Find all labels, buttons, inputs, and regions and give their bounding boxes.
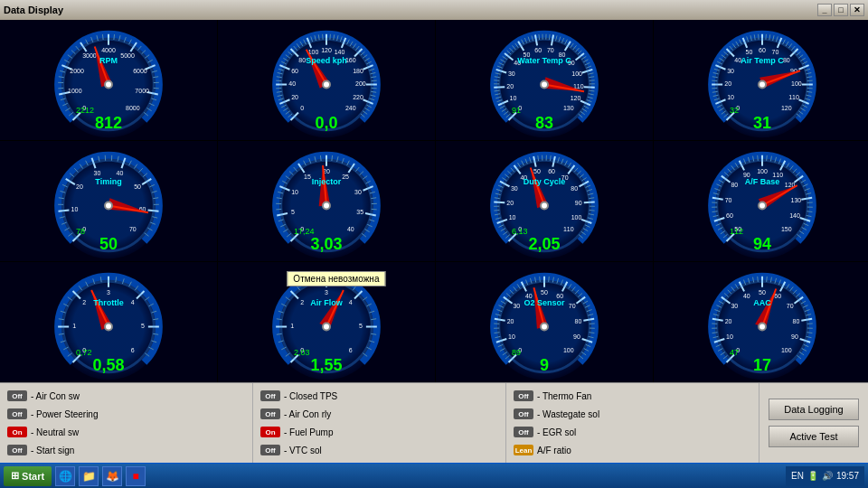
status-badge: Lean xyxy=(514,445,533,455)
taskbar-icon-ie[interactable]: 🌐 xyxy=(55,466,75,486)
status-label: - VTC sol xyxy=(284,446,322,455)
taskbar-icon-firefox[interactable]: 🦊 xyxy=(102,466,122,486)
gauge-canvas-watertemp xyxy=(436,20,653,140)
gauge-cell-watertemp: Water Temp C9183 xyxy=(436,20,653,140)
status-badge: Off xyxy=(7,445,27,455)
windows-icon: ⊞ xyxy=(11,470,19,482)
status-row: On- Neutral sw xyxy=(7,427,245,437)
status-label: - EGR sol xyxy=(537,427,576,437)
status-badge: Off xyxy=(514,408,533,419)
status-row: Off- Closed TPS xyxy=(260,390,498,401)
status-label: - Fuel Pump xyxy=(284,427,333,437)
gauge-cell-injector: Injector17,243,03 xyxy=(218,141,435,261)
gauge-canvas-dutycycle xyxy=(436,141,653,261)
gauge-canvas-rpm xyxy=(0,20,217,140)
gauge-canvas-speed xyxy=(218,20,435,140)
status-badge: Off xyxy=(260,390,280,401)
gauge-cell-afbase: A/F Base11294 xyxy=(654,141,868,261)
gauge-canvas-airtemp xyxy=(654,20,868,140)
gauge-canvas-aac xyxy=(654,262,868,382)
taskbar: ⊞ Start 🌐 📁 🦊 ■ EN 🔋 🔊 19:57 xyxy=(0,463,868,488)
gauge-cell-aac: AAC4717 xyxy=(654,262,868,382)
status-label: A/F ratio xyxy=(537,446,571,455)
battery-icon: 🔋 xyxy=(807,471,818,481)
gauge-cell-dutycycle: Duty Cycle6,132,05 xyxy=(436,141,653,261)
status-badge: Off xyxy=(514,427,533,437)
title-bar: Data Display _ □ ✕ xyxy=(0,0,868,20)
status-row: Off- Power Steering xyxy=(7,408,245,419)
status-row: Off- Air Con rly xyxy=(260,408,498,419)
status-label: - Air Con rly xyxy=(284,409,331,419)
taskbar-icon-folder[interactable]: 📁 xyxy=(79,466,99,486)
status-badge: On xyxy=(260,427,280,437)
status-badge: Off xyxy=(7,408,27,419)
gauge-cell-o2sensor: O2 Sensor899 xyxy=(436,262,653,382)
bottom-panel: Off- Air Con swOff- Power SteeringOn- Ne… xyxy=(0,382,868,463)
gauge-cell-airflow: Air Flow2,031,55Отмена невозможна xyxy=(218,262,435,382)
status-row: Off- Thermo Fan xyxy=(514,390,751,401)
status-row: On- Fuel Pump xyxy=(260,427,498,437)
status-col-3: Off- Thermo FanOff- Wastegate solOff- EG… xyxy=(506,383,760,463)
status-badge: Off xyxy=(514,390,533,401)
status-row: Off- EGR sol xyxy=(514,427,751,437)
status-col-2: Off- Closed TPSOff- Air Con rlyOn- Fuel … xyxy=(253,383,506,463)
status-label: - Wastegate sol xyxy=(537,409,599,419)
status-label: - Closed TPS xyxy=(284,391,337,401)
window-title: Data Display xyxy=(4,5,63,15)
gauge-canvas-afbase xyxy=(654,141,868,261)
data-logging-button[interactable]: Data Logging xyxy=(769,399,859,420)
active-test-button[interactable]: Active Test xyxy=(769,426,859,447)
tooltip-airflow: Отмена невозможна xyxy=(287,271,385,286)
status-label: - Thermo Fan xyxy=(537,391,591,401)
buttons-col: Data Logging Active Test xyxy=(760,383,868,463)
status-label: - Power Steering xyxy=(31,409,98,419)
status-col-1: Off- Air Con swOff- Power SteeringOn- Ne… xyxy=(0,383,253,463)
volume-icon: 🔊 xyxy=(822,471,833,481)
gauge-cell-airtemp: Air Temp C3231 xyxy=(654,20,868,140)
gauge-cell-speed: Speed kph0,0 xyxy=(218,20,435,140)
lang-indicator: EN xyxy=(791,471,804,481)
gauge-canvas-throttle xyxy=(0,262,217,382)
status-label: - Start sign xyxy=(31,446,74,455)
status-badge: On xyxy=(7,427,27,437)
status-label: - Air Con sw xyxy=(31,391,80,401)
status-badge: Off xyxy=(7,390,27,401)
status-badge: Off xyxy=(260,408,280,419)
taskbar-right: EN 🔋 🔊 19:57 xyxy=(786,466,864,486)
sys-tray: EN 🔋 🔊 19:57 xyxy=(786,466,864,486)
status-row: Off- Air Con sw xyxy=(7,390,245,401)
gauge-canvas-o2sensor xyxy=(436,262,653,382)
minimize-button[interactable]: _ xyxy=(817,4,832,16)
gauge-canvas-timing xyxy=(0,141,217,261)
gauge-canvas-injector xyxy=(218,141,435,261)
close-button[interactable]: ✕ xyxy=(850,4,864,16)
clock: 19:57 xyxy=(836,471,859,481)
status-row: Off- Start sign xyxy=(7,445,245,455)
status-badge: Off xyxy=(260,445,280,455)
gauges-grid: RPM2212812Speed kph0,0Water Temp C9183Ai… xyxy=(0,20,868,382)
main-content: RPM2212812Speed kph0,0Water Temp C9183Ai… xyxy=(0,20,868,488)
taskbar-icon-app[interactable]: ■ xyxy=(126,466,146,486)
gauge-cell-throttle: Throttle0,720,58 xyxy=(0,262,217,382)
gauge-cell-rpm: RPM2212812 xyxy=(0,20,217,140)
start-button[interactable]: ⊞ Start xyxy=(4,466,52,486)
window-controls[interactable]: _ □ ✕ xyxy=(817,4,864,16)
maximize-button[interactable]: □ xyxy=(834,4,848,16)
status-row: Off- VTC sol xyxy=(260,445,498,455)
status-row: Off- Wastegate sol xyxy=(514,408,751,419)
status-label: - Neutral sw xyxy=(31,427,79,437)
gauge-cell-timing: Timing7850 xyxy=(0,141,217,261)
status-row: LeanA/F ratio xyxy=(514,445,751,455)
